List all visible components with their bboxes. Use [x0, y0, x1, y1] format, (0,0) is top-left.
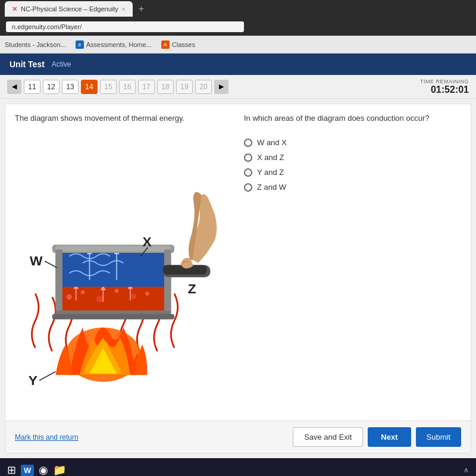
- svg-point-7: [145, 292, 149, 296]
- question-footer: Mark this and return Save and Exit Next …: [5, 421, 471, 453]
- bookmark-students[interactable]: Students - Jackson...: [5, 41, 66, 48]
- answer-label-1: W and X: [257, 138, 287, 147]
- nav-item-11[interactable]: 11: [24, 80, 40, 94]
- taskbar-chrome-icon[interactable]: ◉: [39, 464, 48, 476]
- nav-item-15[interactable]: 15: [100, 80, 117, 94]
- question-left: The diagram shows movement of thermal en…: [15, 114, 232, 411]
- submit-button[interactable]: Submit: [416, 427, 461, 447]
- svg-point-2: [67, 295, 72, 300]
- svg-rect-20: [55, 246, 171, 252]
- question-nav-bar: ◀ 11 12 13 14 15 16 17 18 19 20 ▶ TIME R…: [0, 75, 476, 99]
- svg-rect-22: [164, 249, 171, 314]
- nav-item-18[interactable]: 18: [157, 80, 174, 94]
- answer-option-4[interactable]: Z and W: [244, 183, 461, 192]
- svg-point-4: [96, 296, 103, 302]
- answer-label-4: Z and W: [257, 183, 286, 192]
- nav-next-button[interactable]: ▶: [214, 80, 228, 94]
- bookmark-classes[interactable]: A Classes: [161, 40, 195, 49]
- svg-rect-14: [55, 249, 171, 287]
- answer-option-3[interactable]: Y and Z: [244, 168, 461, 177]
- test-status: Active: [52, 60, 71, 68]
- svg-rect-24: [52, 314, 174, 320]
- diagram-container: W X Z Y: [15, 129, 232, 411]
- nav-item-14[interactable]: 14: [81, 80, 98, 94]
- svg-point-5: [115, 289, 119, 293]
- label-z: Z: [188, 281, 196, 296]
- fire-flames: [55, 327, 147, 381]
- browser-tabs: ✕ NC-Physical Science – Edgenuity × +: [0, 0, 476, 18]
- tab-favicon: ✕: [12, 5, 17, 13]
- question-prompt-left: The diagram shows movement of thermal en…: [15, 114, 232, 123]
- bookmark-edgenuity-icon: e: [76, 40, 84, 49]
- nav-item-17[interactable]: 17: [138, 80, 155, 94]
- header-bar: Unit Test Active: [0, 54, 476, 75]
- nav-item-19[interactable]: 19: [176, 80, 193, 94]
- bookmarks-bar: Students - Jackson... e Assessments, Hom…: [0, 36, 476, 54]
- nav-item-13[interactable]: 13: [62, 80, 79, 94]
- nav-item-20[interactable]: 20: [195, 80, 212, 94]
- time-value: 01:52:01: [420, 84, 469, 95]
- nav-prev-button[interactable]: ◀: [7, 80, 21, 94]
- answer-label-2: X and Z: [257, 153, 284, 162]
- svg-point-6: [131, 293, 136, 299]
- radio-1[interactable]: [244, 139, 252, 147]
- question-area: The diagram shows movement of thermal en…: [5, 104, 471, 453]
- taskbar-word-icon[interactable]: W: [21, 465, 34, 476]
- radio-3[interactable]: [244, 168, 252, 177]
- answer-option-2[interactable]: X and Z: [244, 153, 461, 162]
- svg-line-27: [45, 261, 57, 268]
- footer-buttons: Save and Exit Next Submit: [293, 427, 461, 447]
- tab-title: NC-Physical Science – Edgenuity: [21, 5, 118, 12]
- address-bar: n.edgenuity.com/Player/: [0, 18, 476, 36]
- answer-option-1[interactable]: W and X: [244, 138, 461, 147]
- svg-rect-1: [55, 287, 171, 311]
- save-exit-button[interactable]: Save and Exit: [293, 427, 363, 447]
- question-prompt-right: In which areas of the diagram does condu…: [244, 114, 461, 123]
- taskbar: ⊞ W ◉ 📁 ∧: [0, 458, 476, 476]
- svg-rect-21: [55, 249, 62, 314]
- label-x: X: [142, 234, 151, 249]
- label-w: W: [30, 253, 43, 268]
- radio-2[interactable]: [244, 154, 252, 162]
- time-remaining: TIME REMAINING 01:52:01: [420, 79, 469, 95]
- bookmark-classes-label: Classes: [172, 41, 195, 48]
- url-input[interactable]: n.edgenuity.com/Player/: [6, 21, 244, 32]
- mark-return-link[interactable]: Mark this and return: [15, 433, 79, 441]
- test-title: Unit Test: [10, 60, 45, 69]
- taskbar-folder-icon[interactable]: 📁: [53, 464, 66, 476]
- answer-label-3: Y and Z: [257, 168, 284, 177]
- question-right: In which areas of the diagram does condu…: [244, 114, 461, 411]
- bookmark-assessments[interactable]: e Assessments, Home...: [76, 40, 152, 49]
- active-tab[interactable]: ✕ NC-Physical Science – Edgenuity ×: [5, 1, 133, 17]
- answer-options: W and X X and Z Y and Z Z and W: [244, 138, 461, 192]
- taskbar-search-icon[interactable]: ⊞: [7, 464, 16, 476]
- tab-close-button[interactable]: ×: [122, 6, 126, 12]
- svg-point-3: [81, 290, 85, 295]
- time-label: TIME REMAINING: [420, 79, 469, 84]
- radio-4[interactable]: [244, 183, 252, 192]
- nav-item-12[interactable]: 12: [43, 80, 60, 94]
- taskbar-chevron-icon: ∧: [464, 466, 469, 474]
- bookmark-students-label: Students - Jackson...: [5, 41, 66, 48]
- bookmark-classes-icon: A: [161, 40, 170, 49]
- new-tab-button[interactable]: +: [135, 4, 148, 14]
- diagram-svg: W X Z Y: [15, 129, 232, 411]
- question-content: The diagram shows movement of thermal en…: [5, 104, 471, 421]
- bookmark-assessments-label: Assessments, Home...: [86, 41, 152, 48]
- nav-item-16[interactable]: 16: [119, 80, 136, 94]
- main-content: Unit Test Active ◀ 11 12 13 14 15 16 17 …: [0, 54, 476, 458]
- label-y: Y: [29, 372, 37, 388]
- svg-line-29: [39, 372, 55, 381]
- next-button[interactable]: Next: [368, 427, 411, 447]
